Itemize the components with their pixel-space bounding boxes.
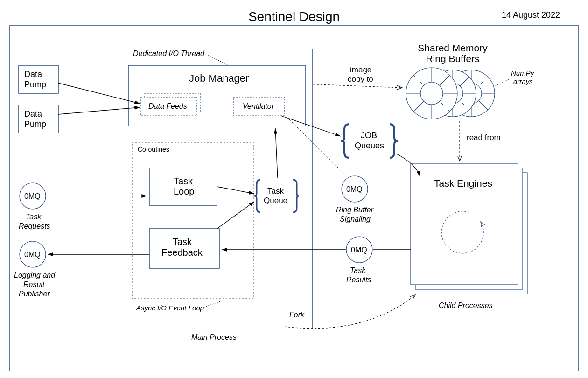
- ring-buffer-1: [406, 68, 457, 119]
- svg-text:0MQ: 0MQ: [346, 185, 363, 193]
- ventilator-label: Ventilator: [243, 102, 274, 110]
- data-feeds-label: Data Feeds: [148, 102, 187, 110]
- svg-text:0MQ: 0MQ: [24, 192, 41, 200]
- data-pump-1-label-l1: Data: [24, 70, 42, 79]
- svg-text:TaskQueue: TaskQueue: [264, 187, 287, 205]
- child-processes-label: Child Processes: [439, 301, 493, 309]
- coroutines-box: [132, 142, 253, 299]
- task-queue-bracket-right: [293, 180, 299, 212]
- svg-text:0MQ: 0MQ: [24, 251, 41, 259]
- fork-label: Fork: [289, 311, 305, 319]
- job-manager-label: Job Manager: [189, 72, 249, 84]
- svg-text:Shared MemoryRing Buffers: Shared MemoryRing Buffers: [418, 42, 488, 64]
- svg-line-54: [217, 187, 254, 194]
- svg-point-36: [420, 82, 443, 105]
- svg-text:JOBQueues: JOBQueues: [355, 131, 384, 150]
- svg-text:Logging andResultPublisher: Logging andResultPublisher: [14, 271, 56, 298]
- svg-text:TaskRequests: TaskRequests: [19, 213, 50, 230]
- job-queues-bracket-right: [390, 124, 398, 158]
- svg-line-2: [208, 55, 229, 65]
- svg-line-55: [217, 202, 254, 229]
- svg-text:NumPyarrays: NumPyarrays: [511, 69, 535, 85]
- svg-line-61: [287, 117, 348, 177]
- svg-text:Ring BufferSignaling: Ring BufferSignaling: [336, 206, 374, 223]
- svg-line-51: [58, 107, 140, 114]
- svg-line-50: [58, 83, 140, 104]
- svg-line-58: [306, 84, 402, 88]
- task-engines-label: Task Engines: [434, 178, 492, 189]
- architecture-diagram: DataPump DataPump Main Process Job Manag…: [0, 0, 588, 378]
- read-from-label: read from: [467, 133, 501, 142]
- async-io-label: Async I/O Event Loop: [136, 304, 204, 312]
- main-process-label: Main Process: [191, 333, 237, 341]
- svg-text:DataPump: DataPump: [24, 70, 46, 89]
- svg-line-56: [275, 128, 278, 178]
- svg-text:TaskLoop: TaskLoop: [174, 176, 195, 196]
- data-pump-1-label-l2: Pump: [24, 80, 46, 89]
- svg-text:TaskFeedback: TaskFeedback: [161, 237, 203, 258]
- task-queue-bracket-left: [254, 180, 260, 212]
- svg-text:TaskResults: TaskResults: [346, 266, 371, 284]
- svg-text:0MQ: 0MQ: [351, 246, 367, 254]
- svg-text:DataPump: DataPump: [24, 109, 46, 129]
- svg-text:imagecopy to: imagecopy to: [348, 65, 373, 84]
- coroutines-label: Coroutines: [138, 146, 169, 153]
- job-queues-bracket-left: [341, 124, 349, 158]
- dedicated-io-label: Dedicated I/O Thread: [133, 49, 205, 57]
- svg-line-3: [202, 301, 222, 308]
